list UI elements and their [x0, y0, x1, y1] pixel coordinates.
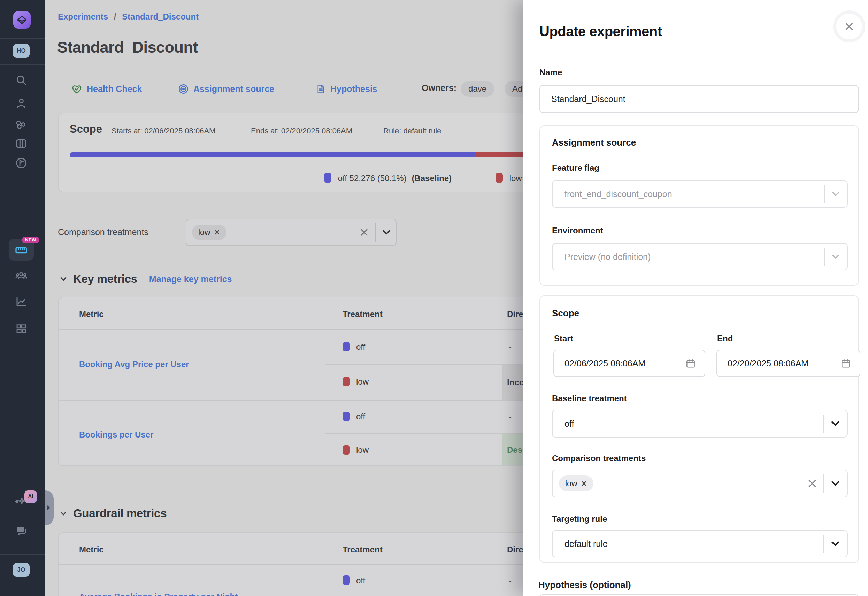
chevron-down-icon[interactable]	[830, 479, 840, 488]
hypothesis-textarea[interactable]	[539, 594, 859, 596]
treatment-name: off	[356, 576, 365, 586]
chevron-right-icon	[46, 505, 51, 511]
panel-comparison-label: Comparison treatments	[552, 453, 646, 463]
sidebar-divider	[0, 64, 45, 65]
bullseye-icon	[178, 83, 189, 95]
help-chat-icon: ?	[15, 524, 28, 537]
workspace-avatar[interactable]: HO	[13, 44, 30, 58]
environment-select[interactable]: Preview (no definition)	[552, 243, 848, 270]
legend-off: off 52,276 (50.1%) (Baseline)	[324, 173, 452, 183]
sidebar-item-segments[interactable]	[14, 117, 28, 131]
direction-value: -	[509, 576, 512, 586]
feature-flag-select[interactable]: front_end_discount_coupon	[552, 180, 848, 208]
ruler-icon	[14, 243, 28, 257]
scope-rule: Rule: default rule	[383, 127, 441, 136]
direction-value: -	[509, 412, 512, 422]
health-check-label: Health Check	[87, 84, 142, 94]
treatment-name: low	[356, 377, 369, 387]
start-date-input[interactable]: 02/06/2025 08:06AM	[554, 350, 705, 377]
baseline-treatment-label: Baseline treatment	[552, 394, 627, 403]
sidebar-divider	[0, 554, 45, 555]
col-treatment: Treatment	[342, 545, 382, 555]
start-date-value: 02/06/2025 08:06AM	[564, 358, 645, 369]
chevron-down-icon[interactable]	[830, 419, 840, 428]
clear-selection-icon[interactable]	[807, 479, 817, 488]
app-logo[interactable]	[13, 11, 31, 28]
sidebar-item-feature-flags[interactable]	[14, 156, 28, 170]
environment-label: Environment	[552, 226, 603, 236]
environment-value: Preview (no definition)	[564, 252, 651, 262]
name-label: Name	[539, 68, 562, 77]
sidebar: HO	[0, 0, 45, 596]
treatment-swatch-off	[343, 412, 350, 421]
chevron-down-icon[interactable]	[830, 539, 840, 549]
scope-starts-at: Starts at: 02/06/2025 08:06AM	[112, 127, 216, 136]
treatment-name: low	[356, 445, 369, 455]
sidebar-item-dashboards[interactable]	[14, 322, 28, 336]
people-group-icon	[15, 269, 28, 282]
owner-pill-dave[interactable]: dave	[461, 81, 494, 97]
sidebar-expand-handle[interactable]	[45, 490, 54, 525]
select-divider	[824, 535, 824, 553]
dashboard-grid-icon	[15, 323, 28, 335]
new-badge: NEW	[22, 236, 39, 243]
targeting-rule-select[interactable]: default rule	[552, 530, 848, 557]
sidebar-item-users[interactable]	[14, 96, 28, 110]
metric-link-guardrail[interactable]: Average Bookings in Property per Night	[79, 592, 238, 596]
sidebar-item-boards[interactable]	[14, 137, 28, 150]
end-date-value: 02/20/2025 08:06AM	[728, 358, 808, 369]
select-divider	[375, 223, 376, 242]
legend-off-swatch	[324, 173, 331, 183]
comparison-treatments-select[interactable]: low	[186, 219, 397, 246]
metrics-ruler-icon[interactable]	[14, 243, 28, 257]
health-check-link[interactable]: Health Check	[71, 81, 142, 97]
name-input[interactable]: Standard_Discount	[539, 85, 859, 113]
end-date-input[interactable]: 02/20/2025 08:06AM	[716, 350, 860, 377]
chip-remove-icon[interactable]	[214, 229, 220, 236]
collapse-chevron-icon[interactable]	[59, 509, 68, 518]
calendar-icon[interactable]	[840, 358, 851, 369]
col-treatment: Treatment	[342, 309, 382, 319]
metric-link-booking-avg-price[interactable]: Booking Avg Price per User	[79, 360, 189, 369]
assignment-source-title: Assignment source	[552, 137, 636, 148]
assignment-source-link[interactable]: Assignment source	[178, 81, 274, 97]
guardrail-metrics-title: Guardrail metrics	[73, 507, 167, 520]
clear-selection-icon[interactable]	[360, 228, 369, 237]
chip-remove-icon[interactable]	[581, 480, 587, 487]
breadcrumb-current-link[interactable]: Standard_Discount	[122, 12, 199, 21]
chevron-down-icon[interactable]	[382, 228, 391, 237]
legend-low-swatch	[496, 173, 503, 183]
baseline-treatment-select[interactable]: off	[552, 410, 848, 438]
breadcrumb: Experiments / Standard_Discount	[58, 12, 199, 22]
sidebar-item-help[interactable]: ?	[14, 524, 28, 538]
manage-key-metrics-link[interactable]: Manage key metrics	[149, 274, 232, 284]
treatment-swatch-low	[343, 445, 350, 454]
close-panel-button[interactable]	[833, 10, 865, 43]
assignment-source-card: Assignment source Feature flag front_end…	[539, 125, 859, 286]
panel-scope-title: Scope	[552, 308, 579, 319]
hexagon-cluster-icon	[15, 117, 28, 131]
scope-summary-card: Scope Starts at: 02/06/2025 08:06AM Ends…	[58, 112, 537, 192]
hypothesis-link[interactable]: Hypothesis	[315, 81, 377, 97]
calendar-icon[interactable]	[685, 358, 696, 369]
legend-low-text: low	[509, 174, 522, 183]
breadcrumb-experiments-link[interactable]: Experiments	[58, 12, 108, 21]
panel-treatment-chip-low[interactable]: low	[559, 475, 593, 491]
targeting-rule-value: default rule	[564, 539, 608, 549]
metric-link-bookings-per-user[interactable]: Bookings per User	[79, 430, 154, 440]
hypothesis-optional-label: Hypothesis (optional)	[538, 580, 631, 590]
user-avatar[interactable]: JO	[13, 563, 30, 577]
guardrail-metrics-header: Guardrail metrics	[59, 507, 167, 520]
treatment-name: off	[356, 412, 365, 422]
sidebar-item-search[interactable]	[14, 73, 28, 87]
collapse-chevron-icon[interactable]	[59, 275, 68, 283]
chevron-down-icon	[831, 252, 840, 261]
allocation-segment-off	[70, 152, 475, 158]
sidebar-item-analytics[interactable]	[14, 295, 28, 308]
sidebar-item-audiences[interactable]	[14, 269, 28, 283]
key-metrics-title: Key metrics	[73, 272, 137, 286]
treatment-chip-low[interactable]: low	[192, 225, 226, 240]
row-group-divider	[59, 400, 536, 401]
panel-comparison-select[interactable]: low	[552, 469, 848, 497]
panel-scope-card: Scope Start End 02/06/2025 08:06AM 02/20…	[539, 295, 859, 563]
